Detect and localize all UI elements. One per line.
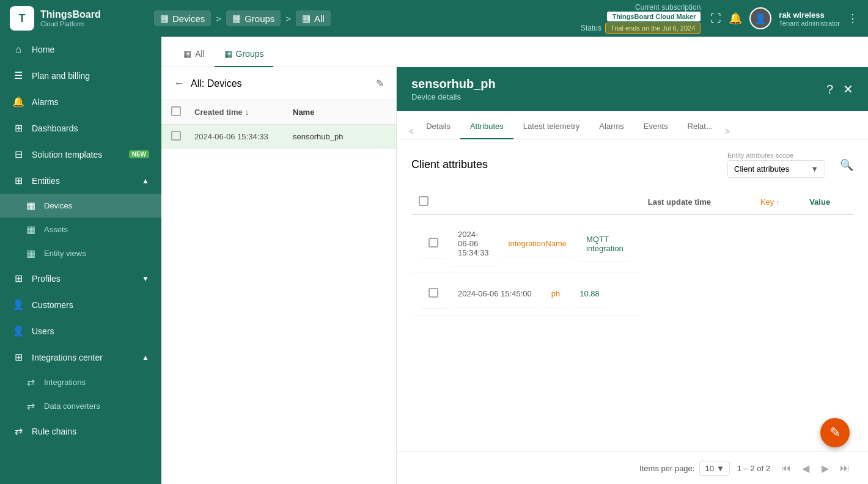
sidebar-item-customers[interactable]: 👤 Customers <box>0 292 161 318</box>
integrations-center-arrow-icon: ▲ <box>142 353 149 362</box>
value-col-header: Value <box>802 190 853 215</box>
groups-icon: ▦ <box>232 13 241 24</box>
next-page-button[interactable]: ▶ <box>817 460 834 477</box>
attr-row-1-checkbox[interactable] <box>428 238 438 248</box>
per-page-dropdown[interactable]: 10 ▼ <box>699 461 729 476</box>
back-button[interactable]: ← <box>174 77 185 90</box>
sidebar-item-integrations[interactable]: ⇄ Integrations <box>0 370 161 394</box>
attr-row-1-key: integrationName <box>501 230 574 257</box>
tab-all-icon: ▦ <box>183 49 191 59</box>
tab-all[interactable]: ▦ All <box>174 42 215 67</box>
tab-prev-icon[interactable]: < <box>406 124 416 139</box>
attributes-table-header-row: Last update time Key ↑ Value <box>411 190 853 215</box>
users-icon: 👤 <box>12 325 24 337</box>
sidebar-devices-label: Devices <box>44 201 149 210</box>
help-icon[interactable]: ? <box>826 82 833 97</box>
last-page-button[interactable]: ⏭ <box>836 460 853 477</box>
prev-page-button[interactable]: ◀ <box>797 460 814 477</box>
scope-dropdown[interactable]: Client attributes ▼ <box>727 160 825 178</box>
scope-dropdown-arrow-icon: ▼ <box>811 164 818 174</box>
tab-relations[interactable]: Relat... <box>678 114 723 139</box>
sidebar-profiles-label: Profiles <box>32 274 134 284</box>
all-icon: ▦ <box>302 13 311 24</box>
tab-groups-icon: ▦ <box>224 49 232 59</box>
status-badge: Trial ends on the Jul 6, 2024 <box>605 23 701 34</box>
tab-next-icon[interactable]: > <box>723 124 732 139</box>
sort-icon[interactable]: ↓ <box>245 108 249 117</box>
sidebar-item-entities[interactable]: ⊞ Entities ▲ <box>0 167 161 194</box>
user-role: Tenant administrator <box>779 20 840 27</box>
sidebar-item-users[interactable]: 👤 Users <box>0 318 161 344</box>
search-attributes-icon[interactable]: 🔍 <box>840 158 853 172</box>
pagination-bar: Items per page: 10 ▼ 1 – 2 of 2 ⏮ ◀ ▶ ⏭ <box>397 452 868 484</box>
header-right: Current subscription ThingsBoard Cloud M… <box>581 3 858 34</box>
rule-chains-icon: ⇄ <box>12 425 24 437</box>
attr-row-2-checkbox[interactable] <box>428 288 438 298</box>
table-row[interactable]: 2024-06-06 15:34:33 sensorhub_ph <box>161 125 396 149</box>
sidebar-item-profiles[interactable]: ⊞ Profiles ▼ <box>0 265 161 292</box>
attr-row-1[interactable]: 2024-06-06 15:34:33 integrationName MQTT… <box>411 215 641 273</box>
attr-row-2-key: ph <box>544 280 567 307</box>
last-update-col-header[interactable]: Last update time <box>641 190 753 215</box>
device-subtitle: Device details <box>411 92 496 101</box>
tab-attributes[interactable]: Attributes <box>460 114 513 139</box>
app-title: ThingsBoard <box>40 9 101 20</box>
sidebar-customers-label: Customers <box>32 300 149 310</box>
edit-icon[interactable]: ✎ <box>376 78 384 89</box>
tab-groups[interactable]: ▦ Groups <box>215 42 274 67</box>
select-all-checkbox[interactable] <box>171 106 181 116</box>
sidebar-solution-label: Solution templates <box>32 150 122 160</box>
breadcrumb-groups[interactable]: ▦ Groups <box>226 10 281 26</box>
notifications-icon[interactable]: 🔔 <box>729 12 742 25</box>
sidebar-item-plan-billing[interactable]: ☰ Plan and billing <box>0 62 161 89</box>
key-label: Key <box>760 197 774 207</box>
breadcrumb-groups-label: Groups <box>245 13 274 24</box>
sidebar-item-devices[interactable]: ▦ Devices <box>0 194 161 218</box>
sidebar-home-label: Home <box>32 45 149 54</box>
avatar[interactable]: 👤 <box>749 7 771 29</box>
panels: ← All: Devices ✎ Created time ↓ Name <box>161 67 868 484</box>
attr-row-2-time: 2024-06-06 15:45:00 <box>451 280 539 307</box>
row-created-time: 2024-06-06 15:34:33 <box>194 132 288 141</box>
sidebar-item-integrations-center[interactable]: ⊞ Integrations center ▲ <box>0 344 161 370</box>
sidebar-item-rule-chains[interactable]: ⇄ Rule chains <box>0 418 161 444</box>
tab-groups-label: Groups <box>236 49 264 59</box>
tab-details[interactable]: Details <box>416 114 460 139</box>
tab-attributes-label: Attributes <box>470 122 504 131</box>
tab-latest-telemetry-label: Latest telemetry <box>523 122 580 131</box>
app-subtitle: Cloud Platform <box>40 20 101 28</box>
device-name-title: sensorhub_ph <box>411 77 496 91</box>
subscription-badge: ThingsBoard Cloud Maker <box>607 12 701 21</box>
sidebar-item-data-converters[interactable]: ⇄ Data converters <box>0 394 161 418</box>
tab-relations-label: Relat... <box>688 122 713 131</box>
page-info: 1 – 2 of 2 <box>737 464 770 473</box>
subscription-label: Current subscription <box>635 3 701 12</box>
sidebar-item-alarms[interactable]: 🔔 Alarms <box>0 89 161 115</box>
breadcrumb-devices[interactable]: ▦ Devices <box>154 10 211 26</box>
attributes-header: Client attributes Entity attributes scop… <box>411 152 853 178</box>
row-checkbox[interactable] <box>171 131 181 141</box>
sidebar-item-assets[interactable]: ▦ Assets <box>0 218 161 241</box>
first-page-button[interactable]: ⏮ <box>778 460 795 477</box>
edit-fab-button[interactable]: ✎ <box>820 418 850 447</box>
tab-alarms[interactable]: Alarms <box>589 114 633 139</box>
sidebar-entity-views-label: Entity views <box>44 249 149 258</box>
attr-row-2[interactable]: 2024-06-06 15:45:00 ph 10.88 <box>411 273 641 315</box>
close-icon[interactable]: ✕ <box>843 82 853 97</box>
tab-events[interactable]: Events <box>634 114 678 139</box>
sidebar-item-home[interactable]: ⌂ Home <box>0 37 161 62</box>
fullscreen-icon[interactable]: ⛶ <box>710 12 721 25</box>
breadcrumb-all[interactable]: ▦ All <box>296 10 331 26</box>
key-col-header[interactable]: Key ↑ <box>753 190 802 215</box>
subscription-info: Current subscription ThingsBoard Cloud M… <box>581 3 701 34</box>
tab-latest-telemetry[interactable]: Latest telemetry <box>513 114 590 139</box>
profiles-arrow-icon: ▼ <box>142 274 149 283</box>
attr-select-all-checkbox[interactable] <box>419 196 428 206</box>
page-nav-buttons: ⏮ ◀ ▶ ⏭ <box>778 460 853 477</box>
logo-area: T ThingsBoard Cloud Platform <box>10 6 144 31</box>
dashboards-icon: ⊞ <box>12 122 24 134</box>
more-menu-icon[interactable]: ⋮ <box>847 12 858 25</box>
sidebar-item-dashboards[interactable]: ⊞ Dashboards <box>0 115 161 141</box>
sidebar-item-solution-templates[interactable]: ⊟ Solution templates NEW <box>0 141 161 167</box>
sidebar-item-entity-views[interactable]: ▦ Entity views <box>0 241 161 265</box>
